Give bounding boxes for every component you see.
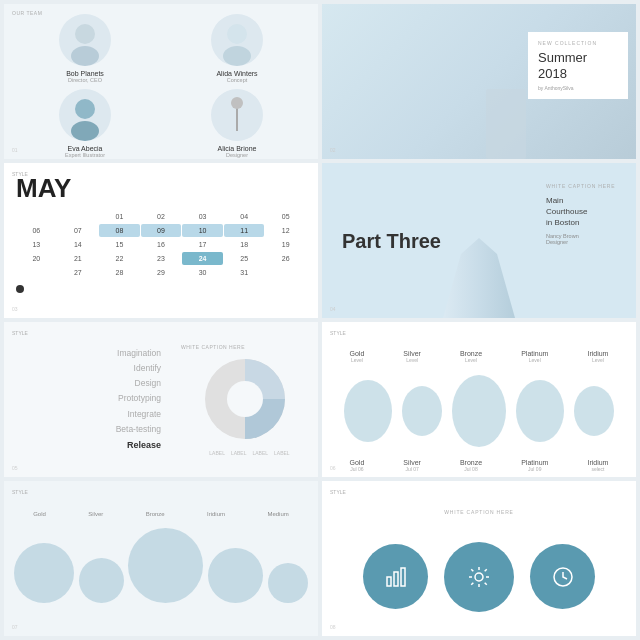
cal-cell: 27	[58, 266, 99, 279]
cal-cell-highlight: 09	[141, 224, 182, 237]
top-label-iridium: Iridium Level	[587, 350, 608, 363]
settings-icon	[467, 565, 491, 589]
blob-4	[516, 380, 564, 442]
cal-cell: 04	[224, 210, 265, 223]
circle-item-4	[208, 548, 263, 603]
process-item-2: Identify	[14, 361, 161, 376]
icon-circle-2	[444, 542, 514, 612]
top-sub-2: Level	[403, 357, 421, 363]
cal-cell-highlight: 10	[182, 224, 223, 237]
bot-sub-3: Jul 08	[460, 466, 482, 472]
circle-item-3	[128, 528, 203, 603]
cal-cell: 18	[224, 238, 265, 251]
cal-cell: 03	[182, 210, 223, 223]
cal-cell: 13	[16, 238, 57, 251]
p7-lbl-gold: Gold	[33, 511, 46, 517]
panel4-num: 04	[330, 306, 336, 312]
member-name-2: Alida Winters	[216, 70, 257, 77]
legend-4: LABEL	[274, 450, 290, 456]
clock-icon	[551, 565, 575, 589]
cal-cell: 26	[265, 252, 306, 265]
icon-circle-1	[363, 544, 428, 609]
bot-sub-1: Jul 06	[350, 466, 365, 472]
circle-item-2	[79, 558, 124, 603]
figure-silhouette	[486, 89, 526, 159]
panel7-label: STYLE	[12, 489, 28, 495]
panel4-caption: WHITE CAPTION HERE	[546, 183, 626, 189]
month-label: MAY	[16, 173, 306, 204]
top-labels: Gold Level Silver Level Bronze Level Pla…	[330, 330, 628, 363]
panel3-label: STYLE	[12, 171, 28, 177]
cal-cell	[265, 266, 306, 279]
bot-lbl-3: Bronze	[460, 459, 482, 466]
panel1-num: 01	[12, 147, 18, 153]
process-item-3: Design	[14, 376, 161, 391]
cal-cell: 28	[99, 266, 140, 279]
svg-point-1	[71, 46, 99, 66]
pie-chart	[200, 354, 290, 444]
place-name: MainCourthousein Boston	[546, 195, 626, 229]
member-role-2: Concept	[227, 77, 248, 83]
wave-area	[330, 371, 628, 451]
cal-cell: 31	[224, 266, 265, 279]
bot-sub-5: select	[587, 466, 608, 472]
process-item-1: Imagination	[14, 346, 161, 361]
icon-circle-3	[530, 544, 595, 609]
panel8-label: STYLE	[330, 489, 346, 495]
p7-lbl-iridium: Iridium	[207, 511, 225, 517]
svg-point-9	[227, 381, 263, 417]
p7-lbl-platinum: Medium	[267, 511, 288, 517]
process-item-4: Prototyping	[14, 391, 161, 406]
member-role-3: Expert Illustrator	[65, 152, 105, 158]
bot-label-platinum: Platinum Jul 09	[521, 459, 548, 472]
cal-cell: 14	[58, 238, 99, 251]
avatar-3	[59, 89, 111, 141]
panel2-num: 02	[330, 147, 336, 153]
cal-cell-highlight: 11	[224, 224, 265, 237]
circle-shape-2	[79, 558, 124, 603]
bot-label-gold: Gold Jul 06	[350, 459, 365, 472]
p7-lbl-bronze: Bronze	[146, 511, 165, 517]
bottom-labels: Gold Jul 06 Silver Jul 07 Bronze Jul 08 …	[330, 459, 628, 472]
bot-label-bronze: Bronze Jul 08	[460, 459, 482, 472]
top-sub-5: Level	[587, 357, 608, 363]
member-name-4: Alicia Brione	[218, 145, 257, 152]
cal-cell: 19	[265, 238, 306, 251]
cal-cell	[16, 266, 57, 279]
blob-2	[402, 386, 442, 436]
circle-shape-4	[208, 548, 263, 603]
calendar-panel: STYLE MAY 01 02 03 04 05 06 07 08 09 10 …	[4, 163, 318, 318]
cal-cell: 06	[16, 224, 57, 237]
cal-cell: 12	[265, 224, 306, 237]
top-label-silver: Silver Level	[403, 350, 421, 363]
panel3-num: 03	[12, 306, 18, 312]
svg-point-2	[227, 24, 247, 44]
collection-panel: NEW COLLECTION Summer 2018 by AnthonySil…	[322, 4, 636, 159]
circle-shape-1	[14, 543, 74, 603]
top-lbl-1: Gold	[350, 350, 365, 357]
member-role-4: Designer	[226, 152, 248, 158]
member-role-1: Director, CEO	[68, 77, 102, 83]
bot-label-silver: Silver Jul 07	[403, 459, 421, 472]
building-image	[434, 238, 524, 318]
avatar-4	[211, 89, 263, 141]
svg-point-3	[223, 46, 251, 66]
blob-3	[452, 375, 506, 447]
top-label-gold: Gold Level	[350, 350, 365, 363]
chart-icon	[384, 565, 408, 589]
top-lbl-4: Platinum	[521, 350, 548, 357]
wave-chart-panel: STYLE Gold Level Silver Level Bronze Lev…	[322, 322, 636, 477]
process-item-6: Beta-testing	[14, 422, 161, 437]
chart-legend: LABEL LABEL LABEL LABEL	[199, 450, 289, 456]
cal-cell: 20	[16, 252, 57, 265]
legend-1: LABEL	[209, 450, 225, 456]
part-title: Part Three	[342, 229, 441, 252]
circles-area	[12, 523, 310, 603]
dot-indicator	[16, 285, 24, 293]
cal-cell	[16, 210, 57, 223]
cal-cell: 25	[224, 252, 265, 265]
side-text: WHITE CAPTION HERE MainCourthousein Bost…	[546, 183, 626, 245]
blob-5	[574, 386, 614, 436]
top-sub-3: Level	[460, 357, 482, 363]
season-title: Summer 2018	[538, 50, 618, 81]
